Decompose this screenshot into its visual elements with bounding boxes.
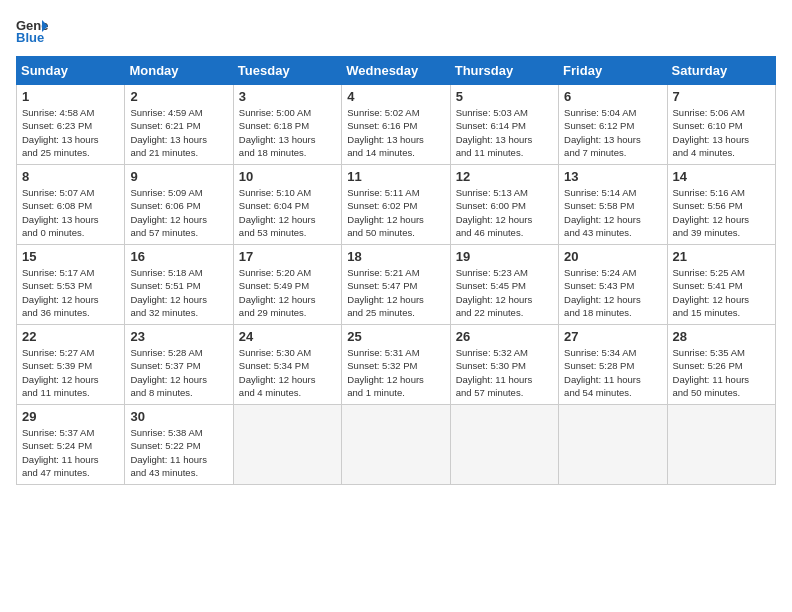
day-info: Sunrise: 5:32 AM Sunset: 5:30 PM Dayligh…	[456, 346, 553, 399]
header: General Blue	[16, 16, 776, 44]
calendar-cell: 5Sunrise: 5:03 AM Sunset: 6:14 PM Daylig…	[450, 85, 558, 165]
day-number: 5	[456, 89, 553, 104]
day-info: Sunrise: 5:25 AM Sunset: 5:41 PM Dayligh…	[673, 266, 770, 319]
day-number: 16	[130, 249, 227, 264]
day-info: Sunrise: 5:35 AM Sunset: 5:26 PM Dayligh…	[673, 346, 770, 399]
day-info: Sunrise: 5:11 AM Sunset: 6:02 PM Dayligh…	[347, 186, 444, 239]
calendar-cell: 16Sunrise: 5:18 AM Sunset: 5:51 PM Dayli…	[125, 245, 233, 325]
day-number: 12	[456, 169, 553, 184]
day-info: Sunrise: 5:38 AM Sunset: 5:22 PM Dayligh…	[130, 426, 227, 479]
day-info: Sunrise: 5:23 AM Sunset: 5:45 PM Dayligh…	[456, 266, 553, 319]
calendar-cell: 13Sunrise: 5:14 AM Sunset: 5:58 PM Dayli…	[559, 165, 667, 245]
calendar-table: SundayMondayTuesdayWednesdayThursdayFrid…	[16, 56, 776, 485]
day-info: Sunrise: 5:16 AM Sunset: 5:56 PM Dayligh…	[673, 186, 770, 239]
day-info: Sunrise: 5:14 AM Sunset: 5:58 PM Dayligh…	[564, 186, 661, 239]
weekday-thursday: Thursday	[450, 57, 558, 85]
calendar-week-3: 15Sunrise: 5:17 AM Sunset: 5:53 PM Dayli…	[17, 245, 776, 325]
calendar-cell: 22Sunrise: 5:27 AM Sunset: 5:39 PM Dayli…	[17, 325, 125, 405]
calendar-cell: 24Sunrise: 5:30 AM Sunset: 5:34 PM Dayli…	[233, 325, 341, 405]
calendar-cell: 11Sunrise: 5:11 AM Sunset: 6:02 PM Dayli…	[342, 165, 450, 245]
day-number: 9	[130, 169, 227, 184]
day-number: 20	[564, 249, 661, 264]
day-number: 18	[347, 249, 444, 264]
calendar-cell: 3Sunrise: 5:00 AM Sunset: 6:18 PM Daylig…	[233, 85, 341, 165]
day-info: Sunrise: 5:04 AM Sunset: 6:12 PM Dayligh…	[564, 106, 661, 159]
day-info: Sunrise: 5:10 AM Sunset: 6:04 PM Dayligh…	[239, 186, 336, 239]
calendar-cell: 30Sunrise: 5:38 AM Sunset: 5:22 PM Dayli…	[125, 405, 233, 485]
calendar-cell: 4Sunrise: 5:02 AM Sunset: 6:16 PM Daylig…	[342, 85, 450, 165]
day-number: 4	[347, 89, 444, 104]
calendar-cell: 18Sunrise: 5:21 AM Sunset: 5:47 PM Dayli…	[342, 245, 450, 325]
day-number: 30	[130, 409, 227, 424]
calendar-cell: 19Sunrise: 5:23 AM Sunset: 5:45 PM Dayli…	[450, 245, 558, 325]
calendar-cell: 26Sunrise: 5:32 AM Sunset: 5:30 PM Dayli…	[450, 325, 558, 405]
calendar-cell: 27Sunrise: 5:34 AM Sunset: 5:28 PM Dayli…	[559, 325, 667, 405]
weekday-wednesday: Wednesday	[342, 57, 450, 85]
calendar-cell: 15Sunrise: 5:17 AM Sunset: 5:53 PM Dayli…	[17, 245, 125, 325]
day-info: Sunrise: 4:59 AM Sunset: 6:21 PM Dayligh…	[130, 106, 227, 159]
calendar-cell: 12Sunrise: 5:13 AM Sunset: 6:00 PM Dayli…	[450, 165, 558, 245]
day-info: Sunrise: 5:00 AM Sunset: 6:18 PM Dayligh…	[239, 106, 336, 159]
calendar-cell	[667, 405, 775, 485]
calendar-cell: 8Sunrise: 5:07 AM Sunset: 6:08 PM Daylig…	[17, 165, 125, 245]
day-number: 11	[347, 169, 444, 184]
day-number: 10	[239, 169, 336, 184]
day-number: 6	[564, 89, 661, 104]
weekday-tuesday: Tuesday	[233, 57, 341, 85]
day-info: Sunrise: 5:31 AM Sunset: 5:32 PM Dayligh…	[347, 346, 444, 399]
day-number: 23	[130, 329, 227, 344]
day-info: Sunrise: 5:21 AM Sunset: 5:47 PM Dayligh…	[347, 266, 444, 319]
calendar-cell: 14Sunrise: 5:16 AM Sunset: 5:56 PM Dayli…	[667, 165, 775, 245]
day-info: Sunrise: 5:37 AM Sunset: 5:24 PM Dayligh…	[22, 426, 119, 479]
day-info: Sunrise: 5:06 AM Sunset: 6:10 PM Dayligh…	[673, 106, 770, 159]
calendar-cell: 6Sunrise: 5:04 AM Sunset: 6:12 PM Daylig…	[559, 85, 667, 165]
calendar-week-4: 22Sunrise: 5:27 AM Sunset: 5:39 PM Dayli…	[17, 325, 776, 405]
calendar-cell: 28Sunrise: 5:35 AM Sunset: 5:26 PM Dayli…	[667, 325, 775, 405]
day-info: Sunrise: 5:20 AM Sunset: 5:49 PM Dayligh…	[239, 266, 336, 319]
day-number: 29	[22, 409, 119, 424]
day-info: Sunrise: 5:03 AM Sunset: 6:14 PM Dayligh…	[456, 106, 553, 159]
calendar-cell: 29Sunrise: 5:37 AM Sunset: 5:24 PM Dayli…	[17, 405, 125, 485]
day-number: 8	[22, 169, 119, 184]
day-number: 22	[22, 329, 119, 344]
day-info: Sunrise: 4:58 AM Sunset: 6:23 PM Dayligh…	[22, 106, 119, 159]
calendar-cell	[342, 405, 450, 485]
day-number: 14	[673, 169, 770, 184]
weekday-header: SundayMondayTuesdayWednesdayThursdayFrid…	[17, 57, 776, 85]
calendar-cell	[450, 405, 558, 485]
day-number: 15	[22, 249, 119, 264]
calendar-cell: 23Sunrise: 5:28 AM Sunset: 5:37 PM Dayli…	[125, 325, 233, 405]
day-number: 25	[347, 329, 444, 344]
calendar-cell	[559, 405, 667, 485]
day-info: Sunrise: 5:18 AM Sunset: 5:51 PM Dayligh…	[130, 266, 227, 319]
svg-text:Blue: Blue	[16, 30, 44, 44]
day-number: 2	[130, 89, 227, 104]
calendar-week-1: 1Sunrise: 4:58 AM Sunset: 6:23 PM Daylig…	[17, 85, 776, 165]
day-info: Sunrise: 5:27 AM Sunset: 5:39 PM Dayligh…	[22, 346, 119, 399]
calendar-cell: 9Sunrise: 5:09 AM Sunset: 6:06 PM Daylig…	[125, 165, 233, 245]
calendar-cell: 7Sunrise: 5:06 AM Sunset: 6:10 PM Daylig…	[667, 85, 775, 165]
logo: General Blue	[16, 16, 48, 44]
day-info: Sunrise: 5:34 AM Sunset: 5:28 PM Dayligh…	[564, 346, 661, 399]
weekday-friday: Friday	[559, 57, 667, 85]
calendar-cell: 10Sunrise: 5:10 AM Sunset: 6:04 PM Dayli…	[233, 165, 341, 245]
calendar-cell: 2Sunrise: 4:59 AM Sunset: 6:21 PM Daylig…	[125, 85, 233, 165]
day-number: 13	[564, 169, 661, 184]
day-number: 1	[22, 89, 119, 104]
calendar-cell: 20Sunrise: 5:24 AM Sunset: 5:43 PM Dayli…	[559, 245, 667, 325]
calendar-week-2: 8Sunrise: 5:07 AM Sunset: 6:08 PM Daylig…	[17, 165, 776, 245]
day-number: 26	[456, 329, 553, 344]
calendar-week-5: 29Sunrise: 5:37 AM Sunset: 5:24 PM Dayli…	[17, 405, 776, 485]
calendar-cell: 21Sunrise: 5:25 AM Sunset: 5:41 PM Dayli…	[667, 245, 775, 325]
day-number: 19	[456, 249, 553, 264]
day-number: 28	[673, 329, 770, 344]
day-info: Sunrise: 5:13 AM Sunset: 6:00 PM Dayligh…	[456, 186, 553, 239]
day-number: 3	[239, 89, 336, 104]
day-number: 21	[673, 249, 770, 264]
day-info: Sunrise: 5:17 AM Sunset: 5:53 PM Dayligh…	[22, 266, 119, 319]
day-number: 27	[564, 329, 661, 344]
day-info: Sunrise: 5:30 AM Sunset: 5:34 PM Dayligh…	[239, 346, 336, 399]
day-info: Sunrise: 5:07 AM Sunset: 6:08 PM Dayligh…	[22, 186, 119, 239]
weekday-monday: Monday	[125, 57, 233, 85]
weekday-sunday: Sunday	[17, 57, 125, 85]
